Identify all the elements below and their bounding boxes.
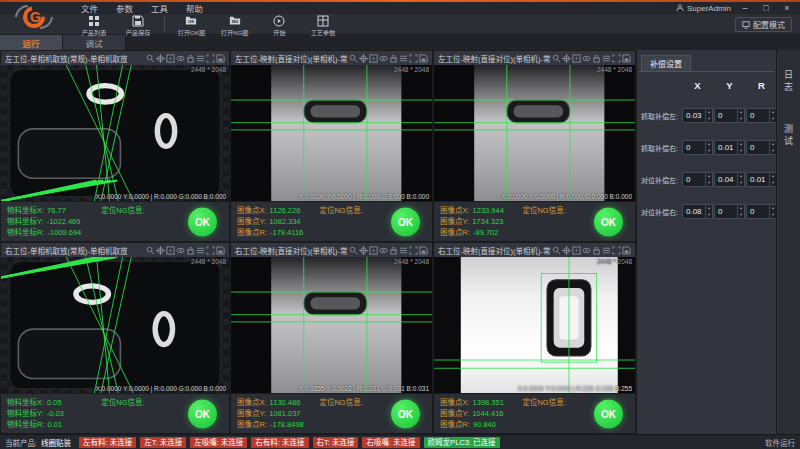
spinner-value[interactable]: 0.01	[747, 173, 769, 186]
lock-icon[interactable]	[389, 54, 398, 63]
spinner-down-icon[interactable]: ▼	[706, 116, 712, 123]
save-icon[interactable]	[216, 54, 225, 63]
compensation-tab[interactable]: 补偿设置	[641, 55, 691, 71]
toolbar-item-3[interactable]: NG打开NG图	[213, 14, 257, 37]
one-to-one-icon[interactable]	[369, 246, 378, 255]
zoom-icon[interactable]	[552, 246, 561, 255]
spinner-value[interactable]: 0.01	[715, 141, 737, 154]
fit-icon[interactable]	[206, 246, 215, 255]
fit-icon[interactable]	[409, 246, 418, 255]
spinner-down-icon[interactable]: ▼	[738, 116, 744, 123]
comp-input-row0-x[interactable]: 0.03▲▼	[682, 108, 713, 123]
comp-input-row2-y[interactable]: 0.04▲▼	[714, 172, 745, 187]
toolbar-item-0[interactable]: 产品列表	[72, 14, 116, 37]
camera-image[interactable]: 2448 * 2048X:0.0000 Y:0.0000 | R:0.000 G…	[231, 65, 432, 201]
comp-input-row2-r[interactable]: 0.01▲▼	[746, 172, 777, 187]
save-icon[interactable]	[216, 246, 225, 255]
spinner-down-icon[interactable]: ▼	[706, 148, 712, 155]
spinner-value[interactable]: 0	[683, 141, 705, 154]
menu-item-0[interactable]: 文件	[72, 2, 107, 14]
list-icon[interactable]	[602, 246, 611, 255]
spinner-down-icon[interactable]: ▼	[738, 148, 744, 155]
save-icon[interactable]	[622, 246, 631, 255]
crosshair-icon[interactable]	[359, 54, 368, 63]
eye-icon[interactable]	[176, 54, 185, 63]
menu-item-2[interactable]: 工具	[142, 2, 177, 14]
close-button[interactable]: ×	[780, 3, 794, 14]
user-badge[interactable]: SuperAdmin	[676, 4, 731, 13]
comp-input-row1-y[interactable]: 0.01▲▼	[714, 140, 745, 155]
eye-icon[interactable]	[582, 246, 591, 255]
zoom-icon[interactable]	[349, 246, 358, 255]
spinner-value[interactable]: 0	[747, 109, 769, 122]
eye-icon[interactable]	[582, 54, 591, 63]
comp-input-row3-r[interactable]: 0▲▼	[746, 204, 777, 219]
one-to-one-icon[interactable]	[166, 246, 175, 255]
camera-image[interactable]: 2448 * 2048X:0.0000 Y:0.0000 | R:0.000 G…	[1, 257, 229, 393]
side-tab-log[interactable]: 日志	[782, 66, 795, 98]
lock-icon[interactable]	[389, 246, 398, 255]
save-icon[interactable]	[419, 246, 428, 255]
config-mode-button[interactable]: 配置模式	[735, 17, 792, 32]
spinner-value[interactable]: 0.08	[683, 205, 705, 218]
fit-icon[interactable]	[206, 54, 215, 63]
list-icon[interactable]	[196, 54, 205, 63]
maximize-button[interactable]: □	[759, 3, 773, 14]
spinner-down-icon[interactable]: ▼	[738, 212, 744, 219]
camera-image[interactable]: 2448 * 2048X:0.0000 Y:0.0000 | R:255 G:2…	[434, 257, 635, 393]
crosshair-icon[interactable]	[562, 246, 571, 255]
spinner-value[interactable]: 0	[747, 205, 769, 218]
comp-input-row1-r[interactable]: 0▲▼	[746, 140, 777, 155]
spinner-down-icon[interactable]: ▼	[706, 180, 712, 187]
tab-debug[interactable]: 调试	[63, 35, 126, 50]
comp-input-row2-x[interactable]: 0▲▼	[682, 172, 713, 187]
comp-input-row0-y[interactable]: 0▲▼	[714, 108, 745, 123]
camera-image[interactable]: 2448 * 2048X:0.9355 Y:3.0022 | R:0.031 G…	[231, 257, 432, 393]
save-icon[interactable]	[622, 54, 631, 63]
spinner-value[interactable]: 0	[683, 173, 705, 186]
one-to-one-icon[interactable]	[572, 246, 581, 255]
list-icon[interactable]	[602, 54, 611, 63]
comp-input-row3-x[interactable]: 0.08▲▼	[682, 204, 713, 219]
crosshair-icon[interactable]	[156, 54, 165, 63]
tab-run[interactable]: 运行	[0, 35, 63, 50]
spinner-value[interactable]: 0	[747, 141, 769, 154]
menu-item-1[interactable]: 参数	[107, 2, 142, 14]
spinner-down-icon[interactable]: ▼	[738, 180, 744, 187]
one-to-one-icon[interactable]	[369, 54, 378, 63]
spinner-value[interactable]: 0.03	[683, 109, 705, 122]
crosshair-icon[interactable]	[562, 54, 571, 63]
toolbar-item-2[interactable]: OK打开OK图	[169, 14, 213, 37]
camera-image[interactable]: 2448 * 2048X:0.0000 Y:0.0000 | R:0.000 G…	[1, 65, 229, 201]
toolbar-item-1[interactable]: 产品保存	[116, 14, 160, 37]
eye-icon[interactable]	[379, 54, 388, 63]
zoom-icon[interactable]	[552, 54, 561, 63]
minimize-button[interactable]: –	[738, 3, 752, 14]
one-to-one-icon[interactable]	[572, 54, 581, 63]
comp-input-row1-x[interactable]: 0▲▼	[682, 140, 713, 155]
eye-icon[interactable]	[176, 246, 185, 255]
zoom-icon[interactable]	[349, 54, 358, 63]
zoom-icon[interactable]	[146, 246, 155, 255]
eye-icon[interactable]	[379, 246, 388, 255]
toolbar-item-4[interactable]: 开始	[257, 14, 301, 37]
spinner-value[interactable]: 0.04	[715, 173, 737, 186]
zoom-icon[interactable]	[146, 54, 155, 63]
side-tab-test[interactable]: 测试	[782, 120, 795, 152]
spinner-value[interactable]: 0	[715, 205, 737, 218]
toolbar-item-5[interactable]: 工艺参数	[301, 14, 345, 37]
comp-input-row0-r[interactable]: 0▲▼	[746, 108, 777, 123]
one-to-one-icon[interactable]	[166, 54, 175, 63]
fit-icon[interactable]	[612, 54, 621, 63]
comp-input-row3-y[interactable]: 0▲▼	[714, 204, 745, 219]
crosshair-icon[interactable]	[156, 246, 165, 255]
camera-image[interactable]: 2448 * 2048X:0.0000 Y:0.0000 | R:0.000 G…	[434, 65, 635, 201]
lock-icon[interactable]	[592, 54, 601, 63]
save-icon[interactable]	[419, 54, 428, 63]
lock-icon[interactable]	[592, 246, 601, 255]
list-icon[interactable]	[399, 246, 408, 255]
spinner-value[interactable]: 0	[715, 109, 737, 122]
menu-item-3[interactable]: 帮助	[177, 2, 212, 14]
lock-icon[interactable]	[186, 246, 195, 255]
list-icon[interactable]	[196, 246, 205, 255]
